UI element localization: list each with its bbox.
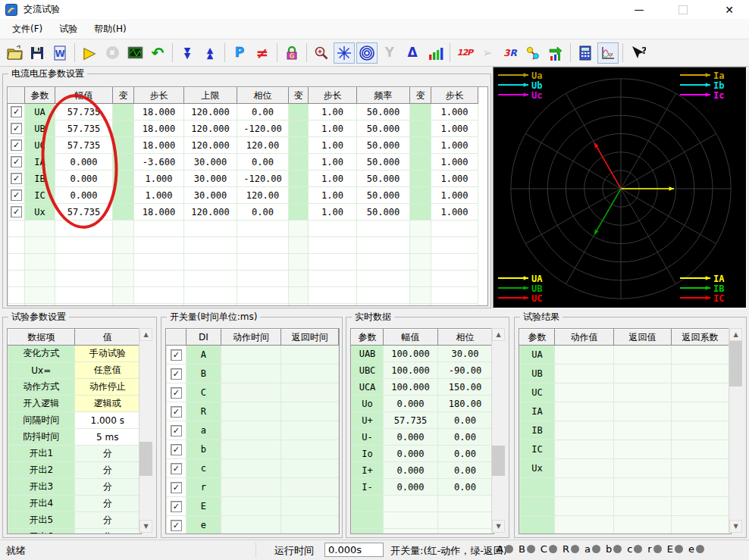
step-cell[interactable]: 1.000 (134, 171, 184, 187)
amplitude-cell[interactable]: 57.735 (55, 137, 113, 154)
test-params-scrollbar[interactable]: ▲ ▼ (139, 328, 152, 533)
phase-mode-button[interactable]: P (229, 42, 250, 64)
value-cell[interactable]: 5 ms (74, 429, 141, 446)
menu-help[interactable]: 帮助(H) (86, 20, 133, 39)
open-file-button[interactable] (4, 42, 25, 64)
save-file-button[interactable] (27, 42, 48, 64)
vary-cell[interactable] (289, 171, 309, 187)
minimize-button[interactable]: — (622, 0, 657, 19)
freq-step-cell[interactable]: 1.000 (431, 154, 478, 171)
vary-cell[interactable] (410, 171, 431, 187)
phase-step-cell[interactable]: 1.00 (309, 171, 357, 187)
di-checkbox[interactable]: ✓ (171, 463, 182, 474)
freq-cell[interactable]: 50.000 (357, 187, 410, 204)
freq-cell[interactable]: 50.000 (357, 171, 410, 187)
menu-test[interactable]: 试验 (52, 20, 85, 39)
freq-cell[interactable]: 50.000 (357, 137, 410, 154)
di-checkbox[interactable]: ✓ (171, 501, 182, 512)
phase-step-cell[interactable]: 1.00 (309, 204, 357, 221)
step-cell[interactable]: 18.000 (134, 204, 184, 221)
freq-cell[interactable]: 50.000 (357, 204, 410, 221)
limit-cell[interactable]: 30.000 (184, 187, 237, 204)
wye-connection-button[interactable]: Y (379, 42, 400, 64)
limit-cell[interactable]: 120.000 (184, 120, 237, 137)
limit-cell[interactable]: 120.000 (184, 137, 237, 154)
calculator-button[interactable] (575, 42, 596, 64)
di-checkbox[interactable]: ✓ (171, 387, 182, 399)
wave-curve-button[interactable] (597, 42, 619, 64)
reset-button[interactable]: ↶ (147, 42, 168, 64)
value-cell[interactable]: 分 (74, 479, 141, 496)
scroll-down-icon[interactable]: ▼ (729, 520, 742, 533)
stop-test-button[interactable]: ✖ (102, 42, 123, 64)
limit-cell[interactable]: 120.000 (184, 104, 237, 120)
value-cell[interactable]: 逻辑或 (74, 396, 141, 412)
scroll-up-icon[interactable]: ▲ (492, 328, 505, 341)
output-burst-button[interactable] (334, 42, 355, 64)
freq-step-cell[interactable]: 1.000 (431, 120, 478, 137)
vary-cell[interactable] (113, 204, 134, 221)
step-cell[interactable]: 1.000 (134, 187, 184, 204)
amplitude-cell[interactable]: 0.000 (55, 171, 113, 187)
step-cell[interactable]: -3.600 (134, 154, 184, 171)
row-checkbox[interactable]: ✓ (11, 106, 22, 117)
phase-step-cell[interactable]: 1.00 (309, 104, 357, 120)
scroll-down-icon[interactable]: ▼ (492, 520, 505, 533)
three-phase-r-button[interactable]: 3R (500, 42, 521, 64)
phase-cell[interactable]: 0.00 (237, 154, 289, 171)
phase-cell[interactable]: 120.00 (237, 137, 289, 154)
value-cell[interactable]: 1.000 s (74, 412, 141, 429)
vary-cell[interactable] (289, 104, 309, 120)
value-cell[interactable]: 分 (74, 512, 141, 529)
step-up-button[interactable]: ▲▲ (199, 42, 221, 64)
phase-cell[interactable]: 0.00 (237, 104, 289, 120)
phase-cell[interactable]: 120.00 (237, 187, 289, 204)
fault-mode-button[interactable]: ≠ (252, 42, 273, 64)
freq-step-cell[interactable]: 1.000 (431, 204, 478, 221)
value-cell[interactable]: 任意值 (74, 362, 141, 379)
vary-cell[interactable] (113, 104, 134, 120)
twelve-phase-button[interactable]: 12P (454, 42, 475, 64)
close-button[interactable]: ✕ (710, 0, 749, 19)
di-checkbox[interactable]: ✓ (171, 406, 182, 418)
step-down-button[interactable]: ▼▼ (177, 42, 198, 64)
harmonics-button[interactable] (425, 42, 446, 64)
limit-cell[interactable]: 30.000 (184, 154, 237, 171)
limit-cell[interactable]: 30.000 (184, 171, 237, 187)
vary-cell[interactable] (113, 187, 134, 204)
value-cell[interactable]: 手动试验 (74, 346, 141, 362)
amplitude-cell[interactable]: 0.000 (55, 187, 113, 204)
menu-file[interactable]: 文件(F) (5, 20, 50, 39)
maximize-button[interactable] (666, 0, 700, 19)
amplitude-cell[interactable]: 57.735 (55, 204, 113, 221)
scroll-up-icon[interactable]: ▲ (139, 328, 152, 341)
di-checkbox[interactable]: ✓ (171, 425, 182, 436)
vary-cell[interactable] (289, 120, 309, 137)
row-checkbox[interactable]: ✓ (11, 189, 22, 201)
freq-cell[interactable]: 50.000 (357, 104, 410, 120)
value-cell[interactable]: 分 (74, 529, 141, 535)
row-checkbox[interactable]: ✓ (11, 156, 22, 167)
start-test-button[interactable]: ▶ (79, 42, 100, 64)
trend-report-button[interactable] (545, 42, 566, 64)
phase-step-cell[interactable]: 1.00 (309, 120, 357, 137)
step-cell[interactable]: 18.000 (134, 120, 184, 137)
vary-cell[interactable] (289, 154, 309, 171)
delta-connection-button[interactable]: Δ (402, 42, 423, 64)
vary-cell[interactable] (410, 137, 431, 154)
phase-step-cell[interactable]: 1.00 (309, 137, 357, 154)
vary-cell[interactable] (113, 120, 134, 137)
vary-cell[interactable] (410, 187, 431, 204)
row-checkbox[interactable]: ✓ (11, 139, 22, 151)
amplitude-cell[interactable]: 0.000 (55, 154, 113, 171)
step-cell[interactable]: 18.000 (134, 104, 184, 120)
di-checkbox[interactable]: ✓ (171, 444, 182, 455)
freq-step-cell[interactable]: 1.000 (431, 104, 478, 120)
scrollbar-thumb[interactable] (729, 341, 742, 386)
freq-cell[interactable]: 50.000 (357, 120, 410, 137)
vector-links-button[interactable] (522, 42, 544, 64)
step-cell[interactable]: 18.000 (134, 137, 184, 154)
boost-button[interactable]: ➢ (477, 42, 498, 64)
amplitude-cell[interactable]: 57.735 (55, 120, 113, 137)
results-scrollbar[interactable]: ▲ ▼ (729, 328, 742, 533)
